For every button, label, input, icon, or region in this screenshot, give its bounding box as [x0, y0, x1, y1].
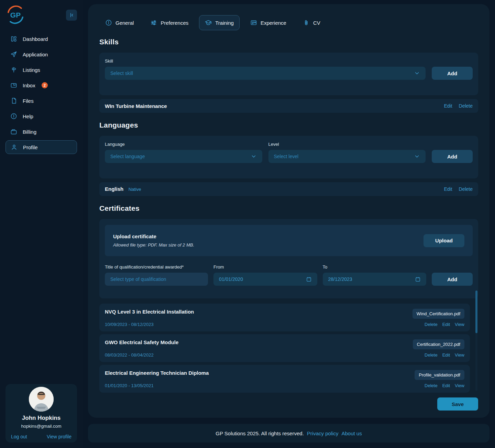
edit-certificate-link[interactable]: Edit: [442, 352, 450, 358]
from-date-value: 01/01/2020: [219, 276, 243, 282]
level-label: Level: [268, 142, 426, 147]
tab-preferences[interactable]: Preferences: [144, 15, 194, 30]
sidebar-collapse-button[interactable]: [66, 10, 77, 21]
certificates-heading: Certificates: [99, 204, 478, 212]
inbox-unread-badge: 2: [42, 82, 48, 88]
dashboard-icon: [10, 35, 17, 42]
signpost-icon: [10, 66, 17, 73]
sidebar-item-files[interactable]: Files: [6, 94, 77, 108]
logo-text: GP: [10, 11, 21, 19]
sidebar-item-label: Dashboard: [23, 36, 48, 42]
tab-label: Experience: [261, 20, 286, 26]
from-date-input[interactable]: 01/01/2020: [213, 273, 317, 286]
sidebar: GP Dashboard Application Listings: [0, 0, 82, 448]
edit-skill-link[interactable]: Edit: [444, 103, 452, 109]
to-date-input[interactable]: 28/12/2023: [323, 273, 427, 286]
tab-general[interactable]: General: [99, 15, 140, 30]
qualification-title-input[interactable]: Select type of qualification: [105, 273, 208, 286]
tab-cv[interactable]: CV: [297, 15, 326, 30]
skills-card: Skill Select skill Add: [99, 53, 478, 95]
wallet-icon: [10, 128, 17, 135]
user-name: John Hopkins: [22, 415, 60, 422]
footer: GP Solutions 2025. All rights reserved. …: [88, 424, 490, 442]
certificates-card: Upload certificate Allowed file type: PD…: [99, 219, 478, 298]
certificate-title: Electrical Engineering Technician Diplom…: [105, 370, 209, 376]
delete-skill-link[interactable]: Delete: [459, 103, 473, 109]
skill-select-placeholder: Select skill: [110, 70, 133, 76]
view-certificate-link[interactable]: View: [455, 383, 464, 388]
inbox-icon: [10, 82, 17, 89]
certificate-row: Electrical Engineering Technician Diplom…: [99, 365, 470, 393]
certificate-file-badge[interactable]: Certification_2022.pdf: [413, 339, 464, 349]
calendar-icon: [415, 276, 421, 282]
sidebar-item-inbox[interactable]: Inbox 2: [6, 78, 77, 92]
add-certificate-button[interactable]: Add: [432, 273, 473, 286]
avatar: [29, 387, 54, 412]
add-skill-button[interactable]: Add: [432, 67, 473, 80]
upload-button[interactable]: Upload: [424, 234, 464, 247]
upload-hint: Allowed file type: PDF. Max size of 2 MB…: [113, 242, 194, 248]
tab-experience[interactable]: Experience: [244, 15, 292, 30]
language-label: Language: [105, 142, 262, 147]
to-date-value: 28/12/2023: [328, 276, 352, 282]
collapse-icon: [68, 12, 75, 18]
user-card: John Hopkins hopkins@gmail.com Log out V…: [6, 384, 77, 442]
view-certificate-link[interactable]: View: [455, 322, 464, 327]
delete-certificate-link[interactable]: Delete: [425, 322, 438, 327]
sidebar-item-label: Application: [23, 52, 48, 57]
tab-label: Training: [215, 20, 234, 26]
certificates-scrollbar[interactable]: [475, 291, 477, 391]
sliders-icon: [150, 19, 157, 26]
paper-plane-icon: [10, 51, 17, 58]
sidebar-item-label: Billing: [23, 129, 36, 135]
sidebar-item-help[interactable]: Help: [6, 109, 77, 123]
certificate-dates: 10/09/2023 - 08/12/2023: [105, 322, 194, 327]
language-level: Native: [129, 187, 141, 192]
footer-copyright: GP Solutions 2025. All rights reserved.: [216, 430, 304, 436]
add-language-button[interactable]: Add: [432, 150, 473, 163]
sidebar-item-label: Listings: [23, 67, 40, 73]
sidebar-nav: Dashboard Application Listings Inbox 2: [0, 30, 82, 156]
sidebar-item-application[interactable]: Application: [6, 47, 77, 61]
certificate-file-badge[interactable]: Profile_validation.pdf: [415, 370, 464, 380]
edit-certificate-link[interactable]: Edit: [442, 322, 450, 327]
certificate-row: NVQ Level 3 in Electrical Installation 1…: [99, 304, 470, 331]
languages-card: Language Select language Level Select le…: [99, 136, 478, 178]
tab-training[interactable]: Training: [199, 15, 240, 30]
delete-language-link[interactable]: Delete: [459, 186, 473, 192]
level-select-placeholder: Select level: [274, 154, 299, 159]
privacy-policy-link[interactable]: Privacy policy: [307, 430, 339, 436]
logout-link[interactable]: Log out: [11, 434, 27, 439]
certificate-dates: 01/01/2020 - 13/05/2021: [105, 383, 209, 388]
scrollbar-thumb[interactable]: [475, 291, 477, 333]
tab-label: General: [116, 20, 134, 26]
edit-certificate-link[interactable]: Edit: [442, 383, 450, 388]
qualification-title-placeholder: Select type of qualification: [110, 276, 166, 282]
about-us-link[interactable]: About us: [342, 430, 362, 436]
language-select[interactable]: Select language: [105, 150, 262, 163]
languages-heading: Languages: [99, 121, 478, 129]
certificate-dates: 08/03/2022 - 08/04/2022: [105, 352, 178, 358]
certificate-file-badge[interactable]: Wind_Certification.pdf: [412, 309, 464, 319]
skill-select[interactable]: Select skill: [105, 67, 426, 80]
sidebar-item-listings[interactable]: Listings: [6, 63, 77, 77]
from-date-label: From: [213, 264, 317, 270]
save-button[interactable]: Save: [437, 397, 478, 411]
tab-label: CV: [313, 20, 320, 26]
edit-language-link[interactable]: Edit: [444, 186, 452, 192]
view-certificate-link[interactable]: View: [455, 352, 464, 358]
skill-label: Skill: [105, 58, 426, 64]
delete-certificate-link[interactable]: Delete: [425, 383, 438, 388]
level-select[interactable]: Select level: [268, 150, 426, 163]
person-icon: [11, 144, 18, 151]
upload-certificate-title: Upload certificate: [113, 233, 194, 239]
user-email: hopkins@gmail.com: [21, 424, 61, 429]
view-profile-link[interactable]: View profile: [47, 434, 72, 439]
qualification-title-label: Title of qualification/credential awarde…: [105, 264, 208, 270]
sidebar-item-profile[interactable]: Profile: [6, 140, 77, 154]
delete-certificate-link[interactable]: Delete: [425, 352, 438, 358]
certificate-title: GWO Electrical Safety Module: [105, 339, 178, 345]
chevron-down-icon: [414, 153, 420, 160]
sidebar-item-dashboard[interactable]: Dashboard: [6, 32, 77, 46]
sidebar-item-billing[interactable]: Billing: [6, 125, 77, 139]
